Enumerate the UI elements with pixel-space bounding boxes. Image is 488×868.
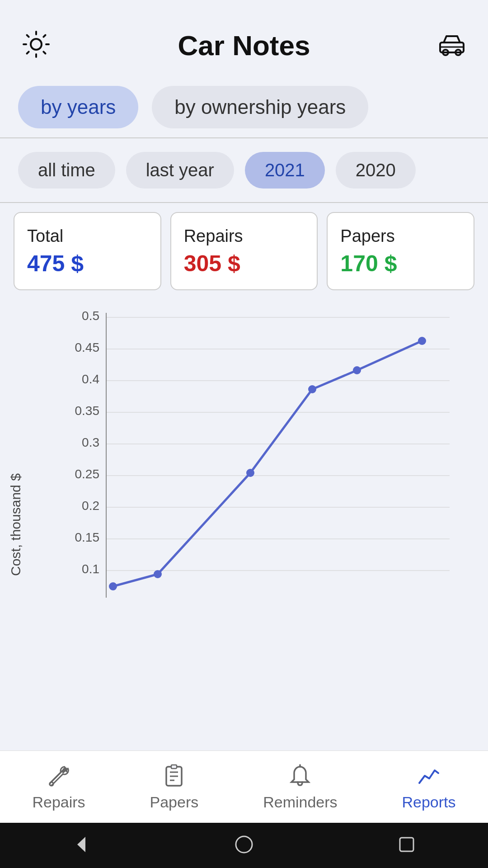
page-title: Car Notes xyxy=(54,29,434,61)
nav-reports[interactable]: Reports xyxy=(384,758,474,816)
filter-by-years[interactable]: by years xyxy=(18,86,138,128)
nav-reminders[interactable]: Reminders xyxy=(245,758,355,816)
repairs-value: 305 $ xyxy=(184,250,305,277)
papers-value: 170 $ xyxy=(340,250,461,277)
nav-repairs[interactable]: Repairs xyxy=(14,758,103,816)
chart-area: Cost, thousand $ 0.5 0.45 0.4 0.35 0.3 0… xyxy=(0,295,488,750)
svg-text:0.5: 0.5 xyxy=(82,309,99,323)
filter-by-ownership-years[interactable]: by ownership years xyxy=(152,86,368,128)
filter-2021[interactable]: 2021 xyxy=(245,152,325,189)
data-point xyxy=(353,366,361,374)
nav-reports-label: Reports xyxy=(402,793,455,811)
svg-text:0.35: 0.35 xyxy=(75,404,100,418)
filter-all-time[interactable]: all time xyxy=(18,152,115,189)
nav-papers[interactable]: Papers xyxy=(132,758,217,816)
car-button[interactable] xyxy=(434,27,470,63)
wrench-icon xyxy=(45,763,72,790)
chart-line xyxy=(113,341,422,586)
svg-point-30 xyxy=(236,836,252,853)
android-nav-bar xyxy=(0,823,488,868)
filter-2020[interactable]: 2020 xyxy=(336,152,416,189)
chart-y-label: Cost, thousand $ xyxy=(5,308,27,741)
papers-icon xyxy=(160,763,188,790)
data-point xyxy=(154,570,162,578)
bell-icon xyxy=(286,763,314,790)
recents-button[interactable] xyxy=(395,833,418,858)
chart-svg: 0.5 0.45 0.4 0.35 0.3 0.25 0.2 0.15 0.1 xyxy=(27,308,483,741)
header: Car Notes xyxy=(0,0,488,77)
svg-rect-31 xyxy=(400,838,413,851)
car-icon xyxy=(437,30,466,61)
data-point xyxy=(109,582,117,590)
total-label: Total xyxy=(27,226,148,246)
svg-text:0.4: 0.4 xyxy=(82,372,99,386)
filter-row-2: all time last year 2021 2020 xyxy=(0,138,488,202)
gear-icon xyxy=(22,30,51,61)
data-point xyxy=(418,337,426,345)
reports-icon xyxy=(415,763,442,790)
bottom-nav: Repairs Papers Reminders xyxy=(0,750,488,823)
repairs-card: Repairs 305 $ xyxy=(170,212,318,290)
cards-row: Total 475 $ Repairs 305 $ Papers 170 $ xyxy=(0,203,488,295)
total-value: 475 $ xyxy=(27,250,148,277)
svg-marker-29 xyxy=(77,837,85,852)
data-point xyxy=(308,385,316,393)
data-point xyxy=(246,469,254,477)
chart-inner: 0.5 0.45 0.4 0.35 0.3 0.25 0.2 0.15 0.1 xyxy=(27,308,483,741)
svg-text:0.15: 0.15 xyxy=(75,530,100,544)
nav-repairs-label: Repairs xyxy=(32,793,85,811)
svg-text:0.2: 0.2 xyxy=(82,499,99,513)
nav-reminders-label: Reminders xyxy=(263,793,337,811)
svg-rect-27 xyxy=(171,765,177,769)
repairs-label: Repairs xyxy=(184,226,305,246)
home-button[interactable] xyxy=(233,833,255,858)
total-card: Total 475 $ xyxy=(14,212,161,290)
svg-text:0.25: 0.25 xyxy=(75,467,100,481)
svg-text:0.45: 0.45 xyxy=(75,340,100,354)
settings-button[interactable] xyxy=(18,27,54,63)
filter-last-year[interactable]: last year xyxy=(126,152,234,189)
papers-label: Papers xyxy=(340,226,461,246)
papers-card: Papers 170 $ xyxy=(327,212,474,290)
nav-papers-label: Papers xyxy=(150,793,199,811)
svg-point-22 xyxy=(50,782,53,786)
back-button[interactable] xyxy=(70,833,93,858)
filter-row-1: by years by ownership years xyxy=(0,77,488,137)
svg-text:0.1: 0.1 xyxy=(82,562,99,576)
svg-text:0.3: 0.3 xyxy=(82,435,99,449)
